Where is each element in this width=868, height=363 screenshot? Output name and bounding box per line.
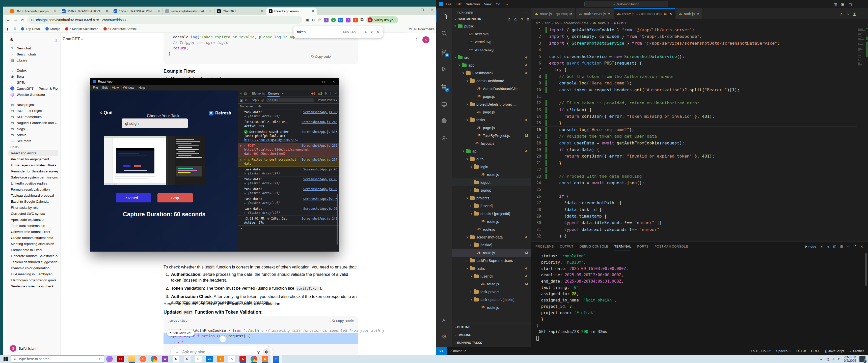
menu-view[interactable]: View (112, 86, 119, 90)
copilot-icon[interactable] (104, 355, 115, 363)
reload-icon[interactable]: ⟳ (21, 18, 24, 23)
status-item[interactable]: CRLF (811, 349, 820, 353)
file-explorer-icon[interactable] (126, 355, 137, 363)
chat-history-item[interactable]: IT manager candidates Dhaka (8, 162, 58, 168)
bookmark-item[interactable]: Martjin (45, 27, 60, 31)
panel-more-icon[interactable]: ⋯ (847, 244, 850, 249)
slack-icon[interactable]: S (170, 355, 182, 363)
tree-row[interactable]: JSpage.js (452, 93, 531, 100)
editor-more-icon[interactable]: ⋯ (860, 11, 864, 16)
console-source-link[interactable]: ScreenshotApp.js:240 (302, 217, 337, 225)
sidebar-item-see-more[interactable]: ⋯See more (8, 138, 58, 144)
tree-row[interactable]: SVGvercel.svg (452, 38, 531, 45)
devtools-close-icon[interactable]: ✕ (335, 92, 337, 95)
forward-icon[interactable]: → (13, 18, 18, 23)
code-line[interactable]: 7 try { (531, 67, 857, 73)
tree-row[interactable]: ∨(Dashboard) (452, 69, 531, 77)
console-entry-err[interactable]: ⊗▸ POST http://localhost:5500/api/screen… (238, 143, 339, 157)
terminal-output[interactable]: status: 'completed', priority: 'MEDIUM',… (536, 253, 861, 345)
tree-row[interactable]: ∨tasks (452, 264, 531, 272)
code-line[interactable]: 1import { getAuthFromCookie } from "@/ap… (531, 27, 857, 33)
terminal-shell-label[interactable]: ⮞ node (805, 244, 816, 249)
breadcrumb-item[interactable]: route.js (598, 21, 609, 25)
breadcrumb-symbol[interactable]: ◈ POST (613, 21, 626, 25)
voice-mode-icon[interactable] (263, 348, 271, 355)
inspect-icon[interactable]: ⌖ (240, 92, 242, 95)
warning-count[interactable]: ⚠2 (318, 92, 322, 95)
console-source-link[interactable]: ScreenshotApp.js:256 (302, 144, 337, 156)
extension-icon[interactable]: ● (331, 18, 336, 23)
sidebar-item-new-project[interactable]: ⊞New project (8, 102, 58, 108)
console-prompt[interactable]: > (238, 226, 339, 231)
tree-row[interactable]: JSpage.js (452, 108, 531, 116)
console-source-link[interactable]: ScreenshotApp.js:240 (302, 120, 337, 128)
customize-layout-icon[interactable]: ▢ (848, 2, 852, 6)
chat-history-item[interactable]: Tableau dashboard suggestions (8, 259, 58, 265)
chat-history-item[interactable]: Formula result calculation (8, 186, 58, 192)
tree-row[interactable]: SVGwindow.svg (452, 45, 531, 54)
code-line[interactable]: 10 const token = request.headers.get("Au… (531, 87, 857, 93)
find-close-icon[interactable]: ✕ (376, 30, 379, 34)
panel-tab-postman-console[interactable]: POSTMAN CONSOLE (654, 242, 688, 251)
close-panel-icon[interactable]: ✕ (861, 244, 864, 249)
tab-close-icon[interactable]: ✕ (54, 9, 57, 13)
tree-row[interactable]: ∨login (452, 163, 531, 171)
dock-icon[interactable]: ▣ (240, 98, 243, 102)
tab-console[interactable]: Console (268, 91, 280, 97)
browser-tab[interactable]: www.english-welsh.net✕ (163, 7, 215, 14)
new-terminal-icon[interactable]: ＋ (820, 244, 823, 249)
chat-history-item[interactable]: Dynamic color generation (8, 265, 58, 271)
code-line[interactable]: 24 const data = await request.json(); (531, 180, 857, 186)
status-item[interactable]: ✓ Prettier (849, 349, 864, 353)
device-toolbar-icon[interactable]: ▤ (244, 92, 247, 95)
error-count[interactable]: ⊗3 (311, 92, 315, 95)
breadcrumb-item[interactable]: app (545, 21, 551, 25)
tree-row[interactable]: ∨adminDashboard (452, 77, 531, 85)
tab-close-icon[interactable]: ✕ (312, 9, 314, 13)
panel-tab-debug-console[interactable]: DEBUG CONSOLE (579, 242, 608, 251)
editor-tab[interactable]: JSauth.jsM (676, 8, 703, 19)
code-line[interactable]: 20 return corsJson({ error: "Invalid or … (531, 153, 857, 160)
source-control-icon[interactable]: 8 (436, 46, 452, 58)
console-filter-input[interactable]: ▽ Filter (266, 98, 314, 102)
sidebar-item-canvagpt-poster-flyer-[interactable]: CanvaGPT — Poster & Flyer... (8, 86, 58, 92)
status-item[interactable]: {} JavaScript (825, 349, 844, 353)
console-source-link[interactable]: ScreenshotApp.js:313 (302, 130, 337, 142)
console-scrollbar[interactable]: ▲ (336, 111, 338, 250)
code-line[interactable]: 30 typeof data.idleSeconds !== "number" … (531, 220, 857, 226)
code-line[interactable]: 28 !data.task_id || (531, 206, 857, 213)
electron-title-bar[interactable]: React App — ▢ ✕ (90, 78, 339, 85)
task-monitor-extension-icon[interactable] (436, 132, 452, 144)
copilot-icon[interactable] (436, 115, 452, 127)
sidebar-item-blogs[interactable]: 🗀blogs (8, 126, 58, 132)
sidebar-item-gpts[interactable]: ∷GPTs (8, 79, 58, 86)
extension-icon[interactable]: ✦ (324, 18, 329, 23)
start-button[interactable]: Started... (116, 193, 151, 202)
network-icon[interactable]: ⚟ (838, 357, 841, 361)
terminal-scrollbar[interactable] (865, 253, 867, 286)
context-selector[interactable]: top ▾ (252, 98, 259, 102)
tree-row[interactable]: ›taskForSupremeUsers (452, 257, 531, 264)
chat-history-item[interactable]: Apex code explanation (8, 217, 58, 223)
code-line[interactable]: 6export async function POST(request) { (531, 60, 857, 67)
status-item[interactable]: Ln 16, Col 32 (751, 349, 771, 353)
tray-expand-icon[interactable]: ∧ (820, 357, 822, 361)
code-line[interactable]: 26 if ( (531, 193, 857, 200)
chat-history-item[interactable]: Excel to Google Calendar (8, 198, 58, 204)
tree-row[interactable]: ∨api (452, 147, 531, 155)
notification-center-icon[interactable]: 2 (860, 356, 866, 362)
code-line[interactable]: 15 } (531, 120, 857, 126)
zoom-icon[interactable]: ⊖ (312, 18, 315, 22)
all-bookmarks-button[interactable]: 🗀 All Bookmarks (407, 25, 434, 33)
sidebar-item-ssp-momentum[interactable]: 🗀SSP-momentum (8, 114, 58, 120)
sidebar-item-website-generator[interactable]: Website Generator (8, 92, 58, 98)
issues-gear-icon[interactable]: ⚙ (258, 105, 261, 108)
vscode-menu-file[interactable]: File (446, 2, 452, 6)
tree-row[interactable]: ∨[userId] (452, 272, 531, 280)
tree-row[interactable]: ›logout (452, 178, 531, 186)
account-row[interactable]: S Saiful Islam (6, 343, 60, 354)
find-next-icon[interactable]: ∨ (371, 30, 373, 34)
vscode-menu-edit[interactable]: Edit (456, 2, 462, 6)
chat-history-item[interactable]: Flamboyan organization goals (8, 277, 58, 283)
explorer-more-icon[interactable]: ⋯ (524, 11, 527, 14)
